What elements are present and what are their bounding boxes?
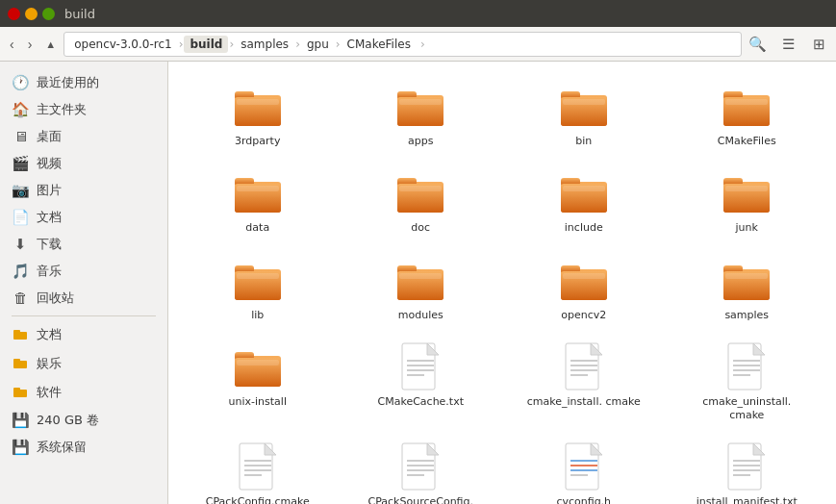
file-name-install_manifest: install_manifest.txt [697,495,798,504]
svg-rect-53 [725,273,768,279]
sidebar-item-pictures[interactable]: 📷 图片 [0,177,167,204]
main-layout: 🕐 最近使用的 🏠 主文件夹 🖥 桌面 🎬 视频 📷 图片 📄 文档 ⬇ 下载 [0,62,836,504]
recent-icon: 🕐 [12,74,29,91]
file-item-bin[interactable]: bin [502,73,666,156]
sidebar-item-docs[interactable]: 📄 文档 [0,204,167,231]
file-name-data: data [245,221,269,235]
file-item-CMakeFiles[interactable]: CMakeFiles [666,73,829,156]
file-name-include: include [565,221,603,235]
svg-rect-45 [399,273,442,279]
sidebar-item-music[interactable]: 🎵 音乐 [0,258,167,285]
file-icon-apps [393,81,447,131]
svg-rect-37 [725,186,768,191]
list-view-button[interactable]: ☰ [774,31,801,58]
file-item-3rdparty[interactable]: 3rdparty [176,73,340,156]
sidebar: 🕐 最近使用的 🏠 主文件夹 🖥 桌面 🎬 视频 📷 图片 📄 文档 ⬇ 下载 [0,62,168,504]
file-icon-CPackConfig [231,441,285,491]
breadcrumb-opencv[interactable]: opencv-3.0.0-rc1 [68,36,177,53]
search-button[interactable]: 🔍 [744,31,771,58]
file-area: 3rdparty apps [168,62,836,504]
breadcrumb-gpu[interactable]: gpu [301,36,335,53]
sidebar-label-sysreserve: 系统保留 [37,439,87,456]
file-item-modules[interactable]: modules [340,247,503,330]
file-item-samples[interactable]: samples [666,247,829,330]
close-button[interactable] [8,8,20,20]
file-icon-bin [557,81,611,131]
file-icon-data [231,167,285,217]
sidebar-label-home: 主文件夹 [37,101,87,118]
up-button[interactable]: ▲ [39,35,62,54]
file-item-data[interactable]: data [176,160,340,242]
file-icon-include [557,167,611,217]
sidebar-label-docs: 文档 [37,209,62,226]
file-icon-CMakeCache [393,341,447,391]
file-item-doc[interactable]: doc [340,160,503,242]
file-name-3rdparty: 3rdparty [235,135,280,148]
file-item-apps[interactable]: apps [340,73,503,156]
file-name-CMakeFiles: CMakeFiles [718,135,776,148]
sysreserve-icon: 💾 [12,439,29,456]
sep3: › [294,38,301,51]
back-button[interactable]: ‹ [4,33,20,56]
home-icon: 🏠 [12,101,29,118]
file-name-junk: junk [736,221,758,235]
breadcrumb-build[interactable]: build [184,36,228,53]
breadcrumb-cmakefiles[interactable]: CMakeFiles [342,36,417,53]
download-icon: ⬇ [12,236,29,253]
file-item-unix-install[interactable]: unix-install [176,334,340,431]
sidebar-label-music: 音乐 [37,263,62,280]
breadcrumb-samples[interactable]: samples [235,36,294,53]
file-icon-CMakeFiles [720,81,773,131]
volume-icon: 💾 [12,412,29,429]
sidebar-item-video[interactable]: 🎬 视频 [0,150,167,177]
file-icon-3rdparty [231,81,285,131]
file-name-bin: bin [575,135,592,148]
file-name-cmake_uninstall: cmake_uninstall. cmake [684,395,809,423]
sidebar-item-sysreserve[interactable]: 💾 系统保留 [0,434,167,461]
sidebar-item-docs2[interactable]: 文档 [0,320,167,349]
breadcrumb-more[interactable]: › [417,38,429,51]
file-item-CPackSourceConfig[interactable]: CPackSourceConfig. cmake [340,434,503,504]
window-controls [8,8,55,20]
file-item-junk[interactable]: junk [666,160,829,242]
file-name-CPackConfig: CPackConfig.cmake [206,495,310,504]
svg-rect-13 [399,99,442,105]
svg-rect-29 [399,186,442,191]
sidebar-label-software: 软件 [37,384,62,401]
forward-button[interactable]: › [22,33,38,56]
svg-rect-17 [563,99,605,105]
docs-icon: 📄 [12,209,29,226]
maximize-button[interactable] [42,8,55,20]
file-item-cmake_uninstall[interactable]: cmake_uninstall. cmake [666,334,829,431]
file-name-cvconfig: cvconfig.h [556,495,611,504]
sidebar-label-trash: 回收站 [37,290,74,307]
sidebar-item-desktop[interactable]: 🖥 桌面 [0,123,167,150]
file-item-cmake_install[interactable]: cmake_install. cmake [502,334,666,431]
minimize-button[interactable] [25,8,38,20]
sidebar-item-entertainment[interactable]: 娱乐 [0,349,167,378]
file-item-install_manifest[interactable]: install_manifest.txt [666,434,829,504]
file-icon-doc [393,167,447,217]
file-icon-cvconfig [557,441,611,491]
sep2: › [228,38,235,51]
svg-rect-5 [13,388,20,391]
grid-view-button[interactable]: ⊞ [805,31,832,58]
sidebar-item-download[interactable]: ⬇ 下载 [0,231,167,258]
file-item-include[interactable]: include [502,160,666,242]
sidebar-item-volume[interactable]: 💾 240 GB 卷 [0,407,167,434]
file-item-cvconfig[interactable]: cvconfig.h [502,434,666,504]
sidebar-label-volume: 240 GB 卷 [37,412,99,429]
entertainment-icon [12,354,29,373]
file-item-CMakeCache[interactable]: CMakeCache.txt [340,334,503,431]
sidebar-item-software[interactable]: 软件 [0,378,167,407]
file-item-lib[interactable]: lib [176,247,340,330]
file-item-CPackConfig[interactable]: CPackConfig.cmake [176,434,340,504]
sidebar-label-video: 视频 [37,155,62,172]
svg-rect-1 [13,330,20,334]
sidebar-item-trash[interactable]: 🗑 回收站 [0,285,167,312]
sidebar-item-home[interactable]: 🏠 主文件夹 [0,96,167,123]
file-icon-samples [720,255,773,305]
sidebar-item-recent[interactable]: 🕐 最近使用的 [0,69,167,96]
file-item-opencv2[interactable]: opencv2 [502,247,666,330]
file-name-CPackSourceConfig: CPackSourceConfig. cmake [358,495,483,504]
